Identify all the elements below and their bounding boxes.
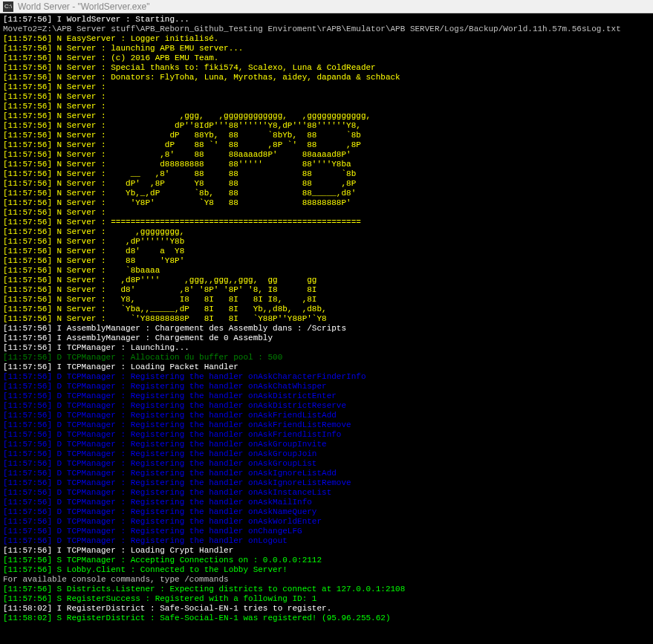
app-icon: C:\ [3,1,13,12]
console-line: [11:57:56] N Server : d8' a Y8 [3,247,650,256]
console-line: [11:57:56] N Server : Y8, I8 8I 8I 8I I8… [3,295,650,305]
console-line: [11:57:56] D TCPManager : Registering th… [3,449,650,459]
console-line: [11:57:56] N Server : Special thanks to:… [3,63,650,73]
console-line: [11:57:56] N Server : d88888888 88''''' … [3,160,650,169]
console-line: [11:57:56] N Server : `8baaaa [3,266,650,276]
console-line: [11:57:56] N Server : ,8' 88 88aaaad8P' … [3,150,650,160]
console-line: [11:57:56] D TCPManager : Registering th… [3,459,650,469]
console-line: [11:57:56] N Server : ,d8P'''' ,ggg,,ggg… [3,276,650,285]
console-line: [11:57:56] D TCPManager : Registering th… [3,430,650,440]
window-titlebar[interactable]: C:\ World Server - "WorldServer.exe" [0,0,653,13]
console-line: [11:57:56] N Server : dP' ,8P Y8 88 88 ,… [3,179,650,189]
console-line: [11:57:56] D TCPManager : Registering th… [3,391,650,401]
console-line: MoveTo2=Z:\APB Server stuff\APB_Reborn_G… [3,25,650,34]
console-line: [11:57:56] N Server : ,gggggggg, [3,227,650,237]
console-line: [11:57:56] N Server : launching APB EMU … [3,44,650,53]
console-line: [11:57:56] D TCPManager : Allocation du … [3,353,650,362]
console-line: [11:57:56] D TCPManager : Registering th… [3,488,650,498]
console-line: [11:57:56] N Server : (c) 2016 APB EMU T… [3,53,650,63]
console-line: [11:58:02] I RegisterDistrict : Safe-Soc… [3,604,650,614]
console-line: [11:57:56] S RegisterSuccess : Registere… [3,594,650,604]
console-line: [11:57:56] S Districts.Listener : Expect… [3,585,650,594]
console-line: [11:57:56] N Server : [3,102,650,111]
console-line: [11:57:56] N Server : `Yba,,_____,dP 8I … [3,305,650,314]
console-line: [11:57:56] D TCPManager : Registering th… [3,372,650,382]
console-line: [11:57:56] I TCPManager : Loading Packet… [3,362,650,372]
console-line: [11:57:56] D TCPManager : Registering th… [3,440,650,449]
console-line: [11:57:56] D TCPManager : Registering th… [3,401,650,411]
console-line: [11:57:56] S Lobby.Client : Connected to… [3,565,650,575]
console-line: [11:57:56] I AssemblyManager : Chargemen… [3,334,650,343]
console-line: [11:57:56] N Server : d8' ,8' '8P' '8P' … [3,285,650,295]
console-line: [11:57:56] N Server : ,ggg, ,ggggggggggg… [3,111,650,121]
console-output: [11:57:56] I WorldServer : Starting...Mo… [0,13,653,625]
console-line: [11:57:56] D TCPManager : Registering th… [3,478,650,488]
console-line: [11:57:56] N Server : ,dP''''''Y8b [3,237,650,247]
console-line: [11:57:56] N Server : dP 88 `' 88 ,8P `'… [3,140,650,150]
console-line: [11:57:56] I AssemblyManager : Chargemen… [3,324,650,334]
console-line: [11:57:56] D TCPManager : Registering th… [3,469,650,478]
console-line: [11:57:56] S TCPManager : Accepting Conn… [3,556,650,565]
window-title: World Server - "WorldServer.exe" [18,1,149,12]
console-line: [11:57:56] N Server : ==================… [3,218,650,227]
console-line: [11:57:56] I TCPManager : Loading Crypt … [3,546,650,556]
console-line: [11:57:56] N Server : 88 'Y8P' [3,256,650,266]
console-line: [11:57:56] I TCPManager : Launching... [3,343,650,353]
console-line: [11:57:56] N Server : [3,82,650,92]
console-line: For available console commands, type /co… [3,575,650,585]
console-line: [11:57:56] D TCPManager : Registering th… [3,507,650,517]
console-line: [11:57:56] N Server : dP''8IdP'''88'''''… [3,121,650,131]
console-line: [11:57:56] N Server : Yb,_,dP `8b, 88 88… [3,189,650,198]
console-line: [11:58:02] S RegisterDistrict : Safe-Soc… [3,614,650,623]
console-line: [11:57:56] I WorldServer : Starting... [3,15,650,25]
console-line: [11:57:56] D TCPManager : Registering th… [3,411,650,420]
console-line: [11:57:56] N Server : __ ,8' 88 88 88 `8… [3,169,650,179]
console-line: [11:57:56] D TCPManager : Registering th… [3,382,650,391]
console-line: [11:57:56] D TCPManager : Registering th… [3,527,650,536]
console-line: [11:57:56] D TCPManager : Registering th… [3,420,650,430]
console-line: [11:57:56] N Server : `'Y88888888P 8I 8I… [3,314,650,324]
console-line: [11:57:56] D TCPManager : Registering th… [3,498,650,507]
console-line: [11:57:56] N Server : dP 88Yb, 88 `8bYb,… [3,131,650,140]
console-line: [11:57:56] N EasyServer : Logger initial… [3,34,650,44]
console-line: [11:57:56] N Server : 'Y8P' `Y8 88 88888… [3,198,650,208]
console-line: [11:57:56] N Server : Donators: FlyToha,… [3,73,650,82]
console-line: [11:57:56] N Server : [3,92,650,102]
console-line: [11:57:56] D TCPManager : Registering th… [3,536,650,546]
console-line: [11:57:56] N Server : [3,208,650,218]
console-line: [11:57:56] D TCPManager : Registering th… [3,517,650,527]
